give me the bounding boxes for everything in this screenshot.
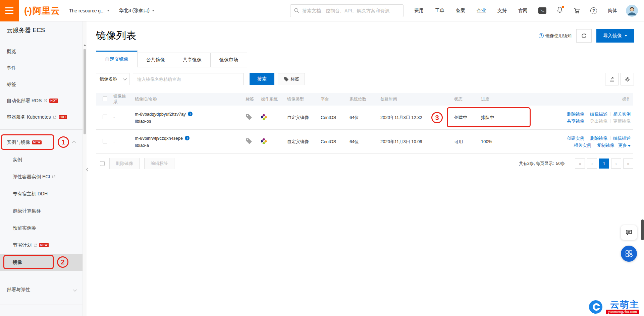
tab-custom-images[interactable]: 自定义镜像: [96, 51, 138, 67]
avatar[interactable]: [626, 5, 638, 17]
cart-icon[interactable]: [573, 7, 580, 14]
action-copy-image[interactable]: 复制镜像: [597, 143, 614, 148]
sidebar-item-reserved-instances[interactable]: 预留实例券: [0, 219, 83, 237]
menu-item-billing[interactable]: 费用: [414, 8, 424, 14]
sidebar-item-ddh[interactable]: 专有宿主机 DDH: [0, 185, 83, 202]
cell-image-id-name: m-8vbihrwtj9czqxn4sepe i libiao-a: [132, 135, 243, 149]
sidebar-collapse-handle[interactable]: [87, 162, 91, 177]
action-delete-image[interactable]: 删除镜像: [590, 136, 607, 141]
row-checkbox[interactable]: [103, 115, 107, 119]
export-button[interactable]: [605, 73, 619, 85]
info-icon[interactable]: i: [185, 136, 190, 140]
sidebar-item-label: 预留实例券: [13, 225, 36, 231]
action-more[interactable]: 更多: [618, 143, 627, 148]
batch-edit-tag-button[interactable]: 编辑标签: [144, 158, 174, 169]
tab-shared-images[interactable]: 共享镜像: [174, 53, 211, 67]
global-search-box[interactable]: [290, 4, 404, 17]
sidebar-item-savings-plan[interactable]: 节省计划 NEW: [0, 237, 83, 254]
refresh-button[interactable]: [576, 29, 592, 43]
sidebar-group-instances-images[interactable]: 实例与镜像 NEW 1: [0, 134, 83, 151]
resource-group-selector[interactable]: The resource g...: [69, 8, 110, 13]
region-selector[interactable]: 华北3 (张家口): [119, 8, 155, 14]
action-create-instance[interactable]: 创建实例: [567, 136, 584, 141]
sidebar-item-images[interactable]: 镜像 2: [0, 254, 83, 271]
sidebar-item-label: 专有宿主机 DDH: [13, 191, 48, 197]
page-title: 镜像列表: [96, 29, 136, 43]
sidebar-item-overview[interactable]: 概览: [0, 43, 83, 60]
chevron-down-icon[interactable]: [73, 288, 77, 292]
page-header-actions: ? 镜像使用须知 导入镜像: [539, 29, 634, 43]
action-delete-image[interactable]: 删除镜像: [567, 112, 584, 117]
cloudshell-terminal-icon[interactable]: >_: [538, 7, 546, 14]
info-icon[interactable]: i: [188, 112, 193, 116]
separator: [587, 136, 587, 140]
sidebar-item-scc[interactable]: 超级计算集群: [0, 202, 83, 219]
tab-public-images[interactable]: 公共镜像: [137, 53, 174, 67]
sidebar-item-label: 容器服务 Kubernetes: [7, 114, 51, 120]
footer-select-all-checkbox[interactable]: [100, 161, 105, 166]
help-icon[interactable]: ?: [590, 7, 597, 14]
filter-field-label: 镜像名称: [100, 76, 117, 82]
chevron-left-icon: [86, 168, 90, 171]
import-image-button[interactable]: 导入镜像: [596, 29, 634, 43]
sidebar-group-deployment[interactable]: 部署与弹性: [0, 279, 83, 301]
action-share-image[interactable]: 共享镜像: [567, 119, 584, 124]
menu-item-enterprise[interactable]: 企业: [477, 8, 486, 14]
menu-item-official-site[interactable]: 官网: [518, 8, 528, 14]
action-edit-description[interactable]: 编辑描述: [613, 136, 631, 141]
pagination: « ‹ 1 › »: [575, 159, 633, 169]
settings-button[interactable]: [621, 73, 634, 85]
page-scrollbar-thumb[interactable]: [641, 219, 644, 240]
global-search-input[interactable]: [302, 8, 400, 13]
tag-filter-button[interactable]: 标签: [278, 73, 305, 85]
first-page-button[interactable]: «: [575, 159, 585, 169]
mini-app-button[interactable]: [621, 246, 637, 262]
image-name-search-input[interactable]: [133, 73, 244, 85]
language-selector[interactable]: 简体: [608, 8, 617, 14]
sidebar-item-events[interactable]: 事件: [0, 60, 83, 76]
scrollbar-thumb[interactable]: [84, 49, 86, 134]
filter-row: 镜像名称 搜索 标签: [96, 73, 634, 85]
batch-delete-image-button[interactable]: 删除镜像: [109, 158, 140, 169]
sidebar-scrollbar[interactable]: [83, 21, 87, 316]
sidebar-group-storage-snapshots[interactable]: 存储与快照 NEW: [0, 309, 83, 316]
filter-field-select[interactable]: 镜像名称: [96, 73, 129, 85]
page-1-button[interactable]: 1: [599, 159, 609, 169]
sidebar-item-label: 弹性容器实例 ECI: [13, 174, 50, 180]
tab-label: 共享镜像: [183, 57, 202, 63]
row-checkbox[interactable]: [103, 139, 107, 143]
action-related-instances[interactable]: 相关实例: [574, 143, 591, 148]
gear-icon: [625, 76, 630, 82]
chevron-down-icon: [628, 145, 631, 147]
action-related-instances[interactable]: 相关实例: [613, 112, 631, 117]
menu-item-icp[interactable]: 备案: [456, 8, 465, 14]
chevron-down-icon: [123, 77, 127, 80]
menu-item-support[interactable]: 支持: [497, 8, 507, 14]
select-all-checkbox[interactable]: [103, 97, 107, 101]
next-page-button[interactable]: ›: [611, 159, 621, 169]
alibaba-cloud-logo[interactable]: (-) 阿里云: [24, 5, 60, 17]
scrollbar-up-arrow[interactable]: [84, 44, 86, 46]
search-button[interactable]: 搜索: [250, 73, 274, 85]
tag-icon[interactable]: [246, 114, 252, 120]
notifications-bell-icon[interactable]: [556, 6, 563, 15]
tag-icon[interactable]: [246, 138, 252, 144]
chevron-up-icon[interactable]: [72, 141, 76, 145]
hot-badge: HOT: [49, 99, 58, 103]
sidebar-item-ros[interactable]: 自动化部署 ROS HOT: [0, 92, 83, 109]
action-edit-description[interactable]: 编辑描述: [590, 112, 607, 117]
sidebar-item-instances[interactable]: 实例: [0, 151, 83, 168]
menu-item-tickets[interactable]: 工单: [435, 8, 444, 14]
feedback-chat-button[interactable]: [621, 225, 637, 240]
last-page-button[interactable]: »: [623, 159, 633, 169]
tab-image-marketplace[interactable]: 镜像市场: [210, 53, 247, 67]
sidebar-item-tags[interactable]: 标签: [0, 76, 83, 92]
annotation-circle-2: 2: [57, 256, 68, 268]
image-usage-notice-link[interactable]: ? 镜像使用须知: [539, 33, 572, 39]
sidebar-item-kubernetes[interactable]: 容器服务 Kubernetes HOT: [0, 109, 83, 125]
prev-page-button[interactable]: ‹: [587, 159, 597, 169]
hamburger-menu-button[interactable]: [0, 0, 19, 21]
page-size-value[interactable]: 50条: [556, 161, 565, 167]
cell-bits: 64位: [347, 115, 378, 121]
sidebar-item-eci[interactable]: 弹性容器实例 ECI: [0, 168, 83, 185]
